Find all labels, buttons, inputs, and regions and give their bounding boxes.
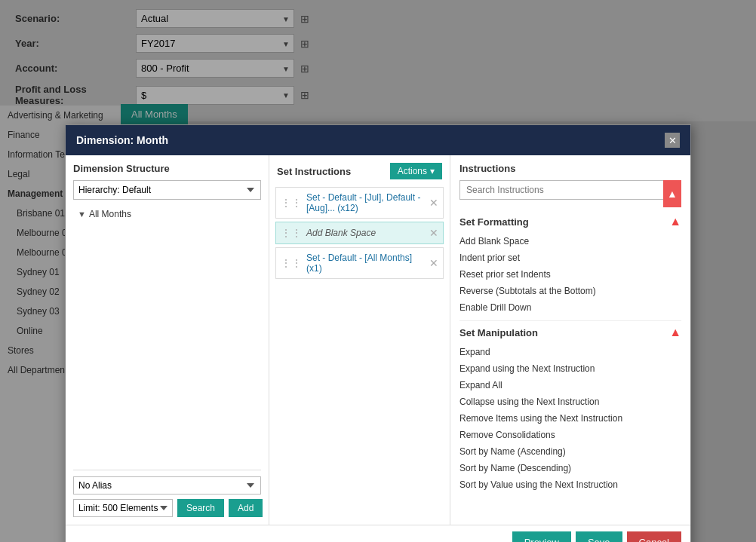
search-instructions-input[interactable] xyxy=(459,180,681,200)
manipulation-item[interactable]: Expand xyxy=(459,344,681,360)
modal-close-button[interactable]: ✕ xyxy=(665,133,680,148)
hierarchy-select[interactable]: Hierarchy: Default xyxy=(73,180,261,200)
set-manipulation-items: ExpandExpand using the Next InstructionE… xyxy=(459,344,681,493)
manipulation-item[interactable]: Remove Items using the Next Instruction xyxy=(459,410,681,427)
manipulation-item[interactable]: Sort by Value using the Next Instruction xyxy=(459,476,681,493)
set-instructions-panel: Set Instructions Actions ▾ ⋮⋮ Set - Defa… xyxy=(269,155,450,525)
preview-button[interactable]: Preview xyxy=(512,531,571,542)
set-formatting-collapse-btn[interactable]: ▲ xyxy=(669,215,681,228)
set-item-close[interactable]: ✕ xyxy=(429,227,438,239)
dim-structure-title: Dimension Structure xyxy=(73,163,261,174)
manipulation-item[interactable]: Sort by Name (Ascending) xyxy=(459,443,681,460)
set-item[interactable]: ⋮⋮ Add Blank Space ✕ xyxy=(275,222,444,244)
limit-select[interactable]: Limit: 500 Elements xyxy=(73,499,173,517)
instructions-panel-inner: Instructions ▲ Set Formatting ▲ Add Blan… xyxy=(450,155,690,525)
set-formatting-items: Add Blank SpaceIndent prior setReset pri… xyxy=(459,233,681,316)
set-item-close[interactable]: ✕ xyxy=(429,257,438,269)
alias-select[interactable]: No Alias xyxy=(73,476,261,495)
cancel-button[interactable]: Cancel xyxy=(627,531,681,542)
modal-body: Dimension Structure Hierarchy: Default ▼… xyxy=(66,155,690,525)
set-item-text: Set - Default - [All Months] (x1) xyxy=(306,253,426,274)
manipulation-item[interactable]: Expand All xyxy=(459,377,681,393)
formatting-item[interactable]: Indent prior set xyxy=(459,250,681,266)
modal-title: Dimension: Month xyxy=(76,134,168,146)
search-clear-button[interactable]: ▲ xyxy=(663,180,681,207)
formatting-item[interactable]: Enable Drill Down xyxy=(459,299,681,316)
dim-tree-all-months[interactable]: ▼ All Months xyxy=(73,206,261,222)
search-instructions-wrap: ▲ xyxy=(459,180,681,207)
set-item-close[interactable]: ✕ xyxy=(429,197,438,209)
set-item-text: Set - Default - [Jul], Default - [Aug]..… xyxy=(306,192,426,213)
search-button[interactable]: Search xyxy=(177,499,224,517)
dimension-tree: ▼ All Months xyxy=(73,206,261,464)
set-item[interactable]: ⋮⋮ Set - Default - [Jul], Default - [Aug… xyxy=(275,187,444,219)
save-button[interactable]: Save xyxy=(576,531,622,542)
set-item[interactable]: ⋮⋮ Set - Default - [All Months] (x1) ✕ xyxy=(275,247,444,279)
set-formatting-section-header: Set Formatting ▲ xyxy=(459,215,681,228)
add-button[interactable]: Add xyxy=(229,499,263,517)
dim-bottom-controls: No Alias Limit: 500 Elements Search Add xyxy=(73,470,261,517)
instructions-panel: Instructions ▲ Set Formatting ▲ Add Blan… xyxy=(450,155,690,525)
set-items-list: ⋮⋮ Set - Default - [Jul], Default - [Aug… xyxy=(269,184,450,525)
manipulation-item[interactable]: Expand using the Next Instruction xyxy=(459,360,681,377)
set-item-text: Add Blank Space xyxy=(306,228,426,238)
set-instructions-header: Set Instructions Actions ▾ xyxy=(269,155,450,184)
drag-handle: ⋮⋮ xyxy=(281,227,302,239)
drag-handle: ⋮⋮ xyxy=(281,257,302,269)
actions-button[interactable]: Actions ▾ xyxy=(390,163,442,179)
formatting-item[interactable]: Reverse (Subtotals at the Bottom) xyxy=(459,283,681,299)
set-manipulation-collapse-btn[interactable]: ▲ xyxy=(669,326,681,339)
set-manipulation-section-header: Set Manipulation ▲ xyxy=(459,326,681,339)
modal-header: Dimension: Month ✕ xyxy=(66,125,690,155)
section-divider xyxy=(459,320,681,321)
drag-handle: ⋮⋮ xyxy=(281,197,302,209)
manipulation-item[interactable]: Collapse using the Next Instruction xyxy=(459,393,681,410)
dimension-structure-panel: Dimension Structure Hierarchy: Default ▼… xyxy=(66,155,269,525)
tree-collapse-arrow: ▼ xyxy=(78,210,86,219)
formatting-item[interactable]: Add Blank Space xyxy=(459,233,681,250)
formatting-item[interactable]: Reset prior set Indents xyxy=(459,266,681,283)
manipulation-item[interactable]: Remove Consolidations xyxy=(459,427,681,443)
modal: Dimension: Month ✕ Dimension Structure H… xyxy=(65,124,691,542)
modal-overlay: Dimension: Month ✕ Dimension Structure H… xyxy=(0,0,756,542)
modal-footer: Preview Save Cancel xyxy=(66,525,690,542)
manipulation-item[interactable]: Sort by Name (Descending) xyxy=(459,460,681,476)
instructions-title: Instructions xyxy=(459,163,681,174)
set-instructions-title: Set Instructions xyxy=(277,166,351,177)
